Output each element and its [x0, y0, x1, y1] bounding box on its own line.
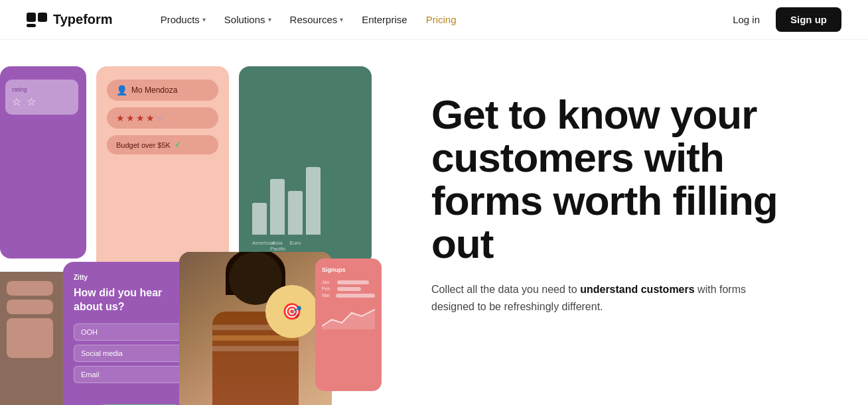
rating-label: rating: [12, 86, 72, 93]
chart-bar-4: [306, 167, 321, 235]
hero-illustration: rating ☆ ☆ 👤 Mo Mendoza ★ ★ ★ ★ ★: [0, 66, 398, 405]
brown-element-1: [7, 281, 53, 296]
mini-bar-row-2: Feb: [322, 286, 375, 291]
chevron-down-icon: ▾: [268, 16, 271, 23]
mini-bar-fill-3: [336, 294, 375, 298]
card-purple: rating ☆ ☆: [0, 66, 86, 259]
card-brown: [0, 272, 63, 405]
mini-bar-row-3: Mar: [322, 293, 375, 298]
card-teal: Americas Asia Pacific Euro: [239, 66, 372, 265]
chart-bar-2: [270, 179, 285, 235]
stars-small: ☆ ☆: [12, 95, 72, 108]
chevron-down-icon: ▾: [202, 16, 206, 23]
chart-label-2: Asia Pacific: [270, 240, 285, 252]
chart-label-1: Americas: [252, 240, 267, 252]
nav-links: Products ▾ Solutions ▾ Resources ▾ Enter…: [153, 9, 725, 30]
mini-bar-fill-2: [337, 287, 361, 291]
card-photo: 🎯 ‹ ›: [179, 252, 332, 405]
logo-icon: [27, 13, 48, 27]
chart-bar-3: [288, 191, 303, 235]
photo-placeholder: 🎯: [179, 252, 332, 405]
budget-chip: Budget over $5K ✓: [107, 135, 218, 154]
chevron-down-icon: ▾: [340, 16, 343, 23]
nav-solutions[interactable]: Solutions ▾: [216, 9, 279, 30]
signup-button[interactable]: Sign up: [776, 7, 841, 32]
nav-resources[interactable]: Resources ▾: [282, 9, 352, 30]
name-chip: 👤 Mo Mendoza: [107, 80, 218, 101]
svg-rect-1: [38, 13, 47, 22]
navbar: Typeform Products ▾ Solutions ▾ Resource…: [0, 0, 868, 40]
mini-chart: Jan Feb Mar: [322, 280, 375, 298]
disc-item: 🎯: [265, 285, 319, 338]
brown-element-2: [7, 300, 53, 314]
rating-card: rating ☆ ☆: [5, 80, 78, 115]
chart-bar-1: [252, 203, 267, 235]
brown-element-3: [7, 318, 53, 358]
hero-headline: Get to know your customers with forms wo…: [431, 93, 841, 265]
form-option-1: OOH: [74, 323, 192, 341]
form-brand: Zitty: [74, 274, 192, 281]
hero-text: Get to know your customers with forms wo…: [398, 66, 841, 316]
form-option-3: Email: [74, 366, 192, 383]
stars-chip: ★ ★ ★ ★ ★: [107, 107, 218, 129]
card-signups: Signups Jan Feb Mar: [315, 259, 382, 391]
chart-bars: [252, 155, 358, 235]
nav-auth: Log in Sign up: [725, 7, 841, 32]
mini-bar-row-1: Jan: [322, 280, 375, 284]
mini-bar-fill-1: [337, 280, 369, 284]
hero-section: rating ☆ ☆ 👤 Mo Mendoza ★ ★ ★ ★ ★: [0, 40, 868, 405]
form-question: How did you hear about us?: [74, 286, 192, 314]
form-option-2: Social media: [74, 345, 192, 362]
brand-name: Typeform: [53, 12, 113, 27]
svg-rect-0: [27, 13, 36, 22]
nav-enterprise[interactable]: Enterprise: [354, 9, 415, 30]
nav-pricing[interactable]: Pricing: [418, 9, 465, 30]
svg-rect-2: [27, 24, 36, 27]
chart-label-3: Euro: [288, 240, 303, 252]
hero-subtext: Collect all the data you need to underst…: [431, 281, 776, 315]
nav-products[interactable]: Products ▾: [153, 9, 214, 30]
card-pink-top: 👤 Mo Mendoza ★ ★ ★ ★ ★ Budget over $5K ✓: [96, 66, 229, 272]
mini-line-chart: [322, 303, 375, 329]
chart-labels: Americas Asia Pacific Euro: [252, 240, 358, 252]
login-button[interactable]: Log in: [725, 9, 768, 30]
check-icon: ✓: [175, 141, 181, 149]
logo[interactable]: Typeform: [27, 12, 113, 27]
person-icon: 👤: [116, 85, 127, 95]
signups-label: Signups: [322, 266, 375, 273]
